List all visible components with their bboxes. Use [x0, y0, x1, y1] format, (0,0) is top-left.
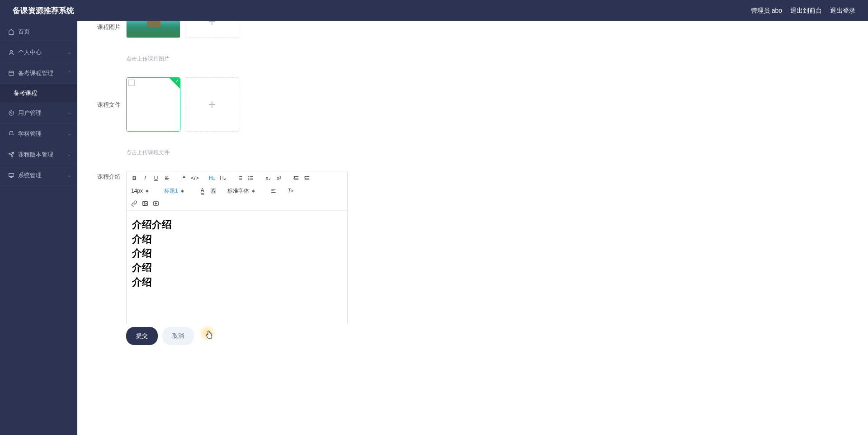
h2-icon[interactable]: H₂ [218, 173, 228, 183]
sidebar-label: 课程版本管理 [18, 151, 53, 159]
course-file-thumb[interactable] [126, 77, 180, 132]
editor-line: 介绍 [132, 232, 342, 246]
svg-point-14 [249, 176, 249, 177]
back-to-front-link[interactable]: 退出到前台 [790, 7, 822, 15]
dropdown-arrow-icon: ◆ [146, 189, 149, 193]
sidebar-sub-prep-course[interactable]: 备考课程 [0, 84, 77, 103]
sidebar-label: 备考课程 [14, 89, 37, 97]
admin-label[interactable]: 管理员 abo [751, 7, 782, 15]
header-actions: 管理员 abo 退出到前台 退出登录 [751, 7, 855, 15]
unordered-list-icon[interactable] [246, 173, 256, 183]
file-upload-hint: 点击上传课程文件 [126, 149, 850, 156]
sidebar-label: 用户管理 [18, 109, 42, 117]
svg-rect-5 [9, 173, 14, 176]
sidebar-label: 首页 [18, 28, 30, 36]
main-content: 课程图片 + 点击上传课程图片 课程文件 [77, 21, 868, 372]
label-course-file: 课程文件 [95, 77, 121, 156]
chevron-down-icon: ⌄ [67, 173, 71, 178]
dropdown-arrow-icon: ◆ [252, 189, 255, 193]
sidebar-label: 学科管理 [18, 130, 42, 138]
quote-icon[interactable]: ❝ [179, 173, 189, 183]
image-upload-hint: 点击上传课程图片 [126, 55, 850, 63]
clear-format-icon[interactable]: T× [286, 186, 296, 196]
top-header: 备课资源推荐系统 管理员 abo 退出到前台 退出登录 [0, 0, 868, 21]
home-icon [8, 28, 14, 35]
sidebar-item-user-mgmt[interactable]: 用户管理 ⌄ [0, 103, 77, 123]
editor-content[interactable]: 介绍介绍 介绍 介绍 介绍 介绍 [127, 211, 347, 324]
chevron-up-icon: ⌃ [67, 71, 71, 76]
svg-point-16 [249, 180, 249, 180]
chevron-down-icon: ⌄ [67, 131, 71, 136]
font-family-select[interactable]: 标准字体 ◆ [226, 186, 261, 196]
align-icon[interactable] [269, 186, 278, 196]
sidebar: 首页 个人中心 ⌄ 备考课程管理 ⌃ 备考课程 用户管理 ⌄ 学科管理 ⌄ 课 [0, 21, 77, 372]
logout-link[interactable]: 退出登录 [830, 7, 855, 15]
underline-icon[interactable]: U [151, 173, 161, 183]
bell-icon [8, 131, 14, 137]
sidebar-item-home[interactable]: 首页 [0, 21, 77, 42]
sidebar-item-system-mgmt[interactable]: 系统管理 ⌄ [0, 165, 77, 186]
h1-icon[interactable]: H₁ [207, 173, 217, 183]
font-size-value: 14px [131, 188, 143, 194]
upload-success-icon [169, 78, 180, 89]
heading-value: 标题1 [164, 187, 178, 195]
subscript-icon[interactable]: x₂ [263, 173, 273, 183]
svg-point-15 [249, 178, 249, 178]
rich-text-editor: B I U S ❝ </> H₁ H₂ 1 [126, 171, 348, 324]
row-course-intro: 课程介绍 B I U S ❝ </> H₁ H₂ 1 [95, 171, 850, 345]
row-course-image: 课程图片 + 点击上传课程图片 [95, 21, 850, 63]
editor-line: 介绍 [132, 261, 342, 274]
editor-line: 介绍介绍 [132, 218, 342, 232]
ordered-list-icon[interactable]: 1 [235, 173, 245, 183]
editor-line: 介绍 [132, 246, 342, 260]
users-icon [8, 110, 14, 116]
dropdown-arrow-icon: ◆ [181, 189, 184, 193]
editor-toolbar: B I U S ❝ </> H₁ H₂ 1 [127, 171, 347, 211]
indent-decrease-icon[interactable] [291, 173, 301, 183]
chevron-down-icon: ⌄ [67, 110, 71, 115]
sidebar-label: 备考课程管理 [18, 69, 53, 77]
superscript-icon[interactable]: x² [274, 173, 284, 183]
user-icon [8, 49, 14, 56]
svg-point-0 [10, 50, 13, 52]
form-actions: 提交 取消 [126, 327, 850, 345]
chevron-down-icon: ⌄ [67, 50, 71, 55]
link-icon[interactable] [129, 199, 139, 208]
font-family-value: 标准字体 [227, 187, 249, 195]
svg-rect-1 [9, 71, 14, 75]
sidebar-item-version-mgmt[interactable]: 课程版本管理 ⌄ [0, 144, 77, 165]
plus-icon: + [208, 97, 216, 112]
label-course-intro: 课程介绍 [95, 171, 121, 345]
bold-icon[interactable]: B [129, 173, 139, 183]
italic-icon[interactable]: I [140, 173, 150, 183]
sidebar-label: 系统管理 [18, 171, 42, 180]
list-icon [8, 70, 14, 76]
chevron-down-icon: ⌄ [67, 152, 71, 157]
font-size-select[interactable]: 14px ◆ [129, 187, 155, 195]
svg-point-4 [10, 112, 12, 113]
svg-text:1: 1 [237, 175, 239, 178]
bg-color-icon[interactable]: A [208, 186, 218, 196]
strike-icon[interactable]: S [162, 173, 172, 183]
editor-line: 介绍 [132, 275, 342, 289]
app-title: 备课资源推荐系统 [13, 5, 74, 16]
sidebar-item-subject-mgmt[interactable]: 学科管理 ⌄ [0, 123, 77, 144]
code-icon[interactable]: </> [190, 173, 200, 183]
indent-increase-icon[interactable] [302, 173, 312, 183]
heading-select[interactable]: 标题1 ◆ [162, 186, 190, 196]
sidebar-label: 个人中心 [18, 48, 42, 57]
sidebar-item-personal[interactable]: 个人中心 ⌄ [0, 42, 77, 63]
add-file-button[interactable]: + [185, 77, 239, 132]
cancel-button[interactable]: 取消 [162, 327, 194, 345]
row-course-file: 课程文件 + 点击上传课程文件 [95, 77, 850, 156]
submit-button[interactable]: 提交 [126, 327, 158, 345]
label-course-image: 课程图片 [95, 21, 121, 63]
svg-point-27 [144, 203, 145, 203]
send-icon [8, 151, 14, 158]
monitor-icon [8, 172, 14, 179]
image-icon[interactable] [140, 199, 150, 208]
svg-marker-29 [156, 203, 157, 204]
sidebar-item-prep-course-mgmt[interactable]: 备考课程管理 ⌃ [0, 63, 77, 84]
font-color-icon[interactable]: A [198, 186, 208, 196]
video-icon[interactable] [151, 199, 161, 208]
